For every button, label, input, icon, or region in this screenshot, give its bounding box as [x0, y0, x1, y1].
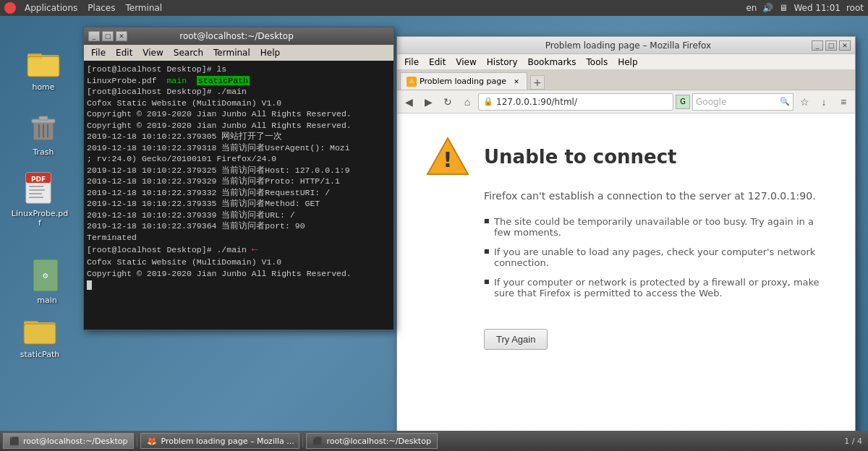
terminal-menu-search[interactable]: Search	[169, 47, 208, 59]
firefox-close-btn[interactable]: ✕	[839, 40, 851, 51]
ff-more-btn[interactable]: ≡	[835, 93, 852, 111]
system-icon	[4, 2, 16, 14]
terminal-menu-terminal[interactable]: Terminal	[209, 47, 255, 59]
desktop-icon-linuxprobe[interactable]: PDF LinuxProbe.pdf	[11, 171, 69, 228]
desktop-icon-trash[interactable]: Trash	[14, 110, 72, 157]
term-line-3: Cofox Static Website (MultiDomain) V1.0	[87, 98, 391, 109]
ff-tab-close-btn[interactable]: ✕	[512, 77, 521, 86]
firefox-menubar: File Edit View History Bookmarks Tools H…	[397, 54, 855, 70]
terminal-menu-edit[interactable]: Edit	[111, 47, 137, 59]
term-line-12: 2019-12-18 10:10:22.379335 当前访问者Method: …	[87, 198, 391, 210]
top-bar-right: en 🔊 🖥 Wed 11:01 root	[746, 3, 864, 13]
terminal-menu-view[interactable]: View	[138, 47, 167, 59]
firefox-navbar: ◀ ▶ ↻ ⌂ 🔒 127.0.0.1:90/html/ G Google 🔍 …	[397, 90, 855, 113]
terminal-title-buttons: _ □ ✕	[88, 31, 127, 41]
taskbar-item-term2[interactable]: ⬛ root@localhost:~/Desktop	[306, 433, 437, 449]
taskbar-item-term1[interactable]: ⬛ root@localhost:~/Desktop	[3, 433, 134, 449]
taskbar-term2-label: root@localhost:~/Desktop	[326, 437, 430, 446]
terminal-window: _ □ ✕ root@localhost:~/Desktop File Edit…	[83, 27, 394, 330]
home-folder-icon	[26, 45, 61, 80]
term-line-7: 2019-12-18 10:10:22.379318 当前访问者UserAgen…	[87, 142, 391, 154]
places-menu[interactable]: Places	[83, 3, 119, 13]
staticpath-folder-icon	[22, 312, 57, 347]
user-display: root	[846, 3, 864, 13]
error-bullet-2: If your computer or network is protected…	[484, 277, 826, 298]
ff-tab-problem[interactable]: ⚠ Problem loading page ✕	[400, 72, 527, 90]
terminal-minimize-btn[interactable]: _	[88, 31, 100, 41]
taskbar-ff-label: Problem loading page – Mozilla ...	[161, 437, 294, 446]
linuxprobe-icon-label: LinuxProbe.pdf	[11, 209, 69, 228]
ff-menu-tools[interactable]: Tools	[582, 56, 613, 68]
ff-menu-bookmarks[interactable]: Bookmarks	[524, 56, 581, 68]
monitor-icon[interactable]: 🖥	[779, 3, 788, 13]
taskbar-separator-2	[302, 434, 303, 447]
svg-rect-7	[39, 116, 48, 120]
term-line-8: ; rv:24.0) Gecko/20100101 Firefox/24.0	[87, 153, 391, 165]
firefox-title-buttons: _ □ ✕	[812, 40, 851, 51]
terminal-maximize-btn[interactable]: □	[102, 31, 114, 41]
pdf-icon: PDF	[22, 171, 57, 206]
ff-url-lock-icon: 🔒	[483, 97, 493, 106]
language-indicator: en	[746, 3, 757, 13]
ff-forward-btn[interactable]: ▶	[420, 93, 437, 111]
term-line-4: Copyright © 2019-2020 Jian Junbo All Rig…	[87, 108, 391, 120]
ff-menu-file[interactable]: File	[400, 56, 423, 68]
terminal-close-btn[interactable]: ✕	[116, 31, 127, 41]
taskbar: ⬛ root@localhost:~/Desktop 🦊 Problem loa…	[0, 431, 868, 451]
ff-menu-history[interactable]: History	[482, 56, 522, 68]
desktop-icon-staticpath[interactable]: staticPath	[11, 312, 69, 359]
ff-menu-help[interactable]: Help	[613, 56, 642, 68]
term-line-11: 2019-12-18 10:10:22.379332 当前访问者RequestU…	[87, 187, 391, 199]
firefox-maximize-btn[interactable]: □	[825, 40, 837, 51]
terminal-titlebar: _ □ ✕ root@localhost:~/Desktop	[84, 27, 393, 45]
ff-search-submit-icon[interactable]: 🔍	[780, 97, 790, 106]
ff-url-bar[interactable]: 🔒 127.0.0.1:90/html/	[478, 93, 673, 111]
term-line-13: 2019-12-18 10:10:22.379339 当前访问者URL: /	[87, 210, 391, 221]
firefox-content: ! Unable to connect Firefox can't establ…	[397, 113, 855, 433]
desktop-icon-main[interactable]: ⚙ main	[18, 258, 76, 305]
terminal-content[interactable]: [root@localhost Desktop]# ls LinuxProbe.…	[84, 61, 393, 330]
term-line-19	[87, 279, 391, 291]
term-line-6: 2019-12-18 10:10:22.379305 网站打开了一次	[87, 131, 391, 142]
ff-search-bar[interactable]: Google 🔍	[692, 93, 793, 111]
top-bar: Applications Places Terminal en 🔊 🖥 Wed …	[0, 0, 868, 16]
ff-new-tab-btn[interactable]: +	[530, 75, 545, 90]
term-line-2: [root@localhost Desktop]# ./main	[87, 86, 391, 98]
firefox-minimize-btn[interactable]: _	[812, 40, 823, 51]
terminal-menu-file[interactable]: File	[87, 47, 110, 59]
term-line-15: Terminated	[87, 232, 391, 244]
term-line-9: 2019-12-18 10:10:22.379325 当前访问者Host: 12…	[87, 165, 391, 176]
term-line-0: [root@localhost Desktop]# ls	[87, 64, 391, 75]
term-line-10: 2019-12-18 10:10:22.379329 当前访问者Proto: H…	[87, 176, 391, 187]
trash-icon-label: Trash	[14, 147, 72, 157]
try-again-button[interactable]: Try Again	[484, 329, 548, 350]
top-bar-left: Applications Places Terminal	[4, 2, 166, 14]
desktop: home Trash PDF	[0, 16, 868, 435]
ff-bookmark-btn[interactable]: ☆	[796, 93, 813, 111]
home-icon-label: home	[14, 82, 72, 92]
ff-home-btn[interactable]: ⌂	[459, 93, 476, 111]
firefox-tabbar: ⚠ Problem loading page ✕ +	[397, 70, 855, 90]
volume-icon[interactable]: 🔊	[762, 3, 773, 13]
term-line-18: Copyright © 2019-2020 Jian Junbo All Rig…	[87, 268, 391, 280]
applications-menu[interactable]: Applications	[20, 3, 82, 13]
datetime-display: Wed 11:01	[793, 3, 841, 13]
desktop-icon-home[interactable]: home	[14, 45, 72, 92]
trash-icon	[26, 110, 61, 145]
taskbar-term1-label: root@localhost:~/Desktop	[23, 437, 127, 446]
error-description: Firefox can't establish a connection to …	[426, 190, 816, 202]
error-page: ! Unable to connect Firefox can't establ…	[397, 113, 855, 371]
svg-rect-15	[29, 189, 45, 191]
ff-menu-edit[interactable]: Edit	[425, 56, 450, 68]
error-warning-icon: !	[426, 135, 469, 179]
terminal-menu-help[interactable]: Help	[256, 47, 284, 59]
ff-menu-view[interactable]: View	[451, 56, 480, 68]
ff-tab-warning-icon: ⚠	[407, 77, 417, 87]
ff-download-btn[interactable]: ↓	[815, 93, 833, 111]
terminal-menu[interactable]: Terminal	[121, 3, 166, 13]
ff-back-btn[interactable]: ◀	[400, 93, 417, 111]
ff-reload-btn[interactable]: ↻	[439, 93, 456, 111]
taskbar-pager: 1 / 4	[844, 437, 865, 446]
svg-rect-16	[29, 193, 42, 194]
taskbar-item-firefox[interactable]: 🦊 Problem loading page – Mozilla ...	[140, 433, 299, 449]
